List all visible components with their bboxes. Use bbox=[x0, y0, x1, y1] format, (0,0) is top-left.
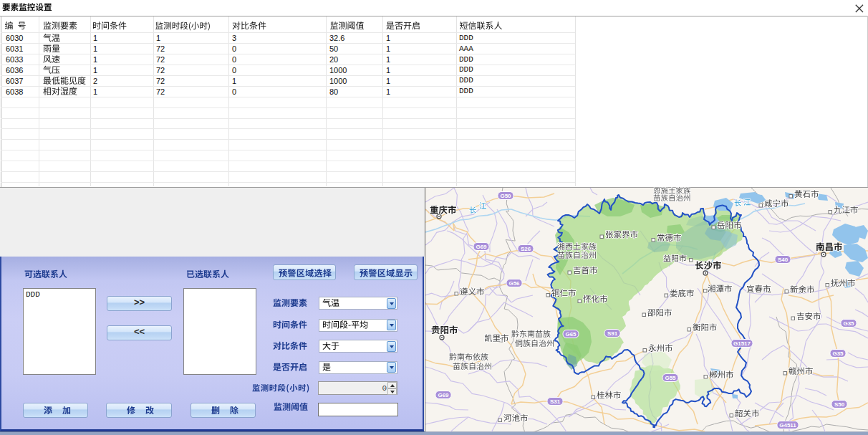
svg-text:G35: G35 bbox=[843, 320, 854, 327]
svg-text:G1517: G1517 bbox=[733, 340, 751, 347]
svg-text:G69: G69 bbox=[438, 392, 449, 398]
svg-text:G56: G56 bbox=[508, 280, 520, 287]
svg-text:S50: S50 bbox=[834, 401, 845, 408]
svg-text:S91: S91 bbox=[607, 330, 618, 337]
svg-text:G69: G69 bbox=[476, 244, 487, 250]
svg-text:G65: G65 bbox=[565, 331, 577, 338]
svg-text:S31: S31 bbox=[550, 398, 561, 405]
svg-text:G35: G35 bbox=[832, 350, 844, 357]
svg-text:G50: G50 bbox=[500, 193, 511, 199]
svg-text:S26: S26 bbox=[521, 246, 531, 252]
svg-text:S40: S40 bbox=[778, 257, 789, 263]
svg-text:G4511: G4511 bbox=[779, 422, 796, 429]
svg-text:G55: G55 bbox=[665, 375, 676, 381]
